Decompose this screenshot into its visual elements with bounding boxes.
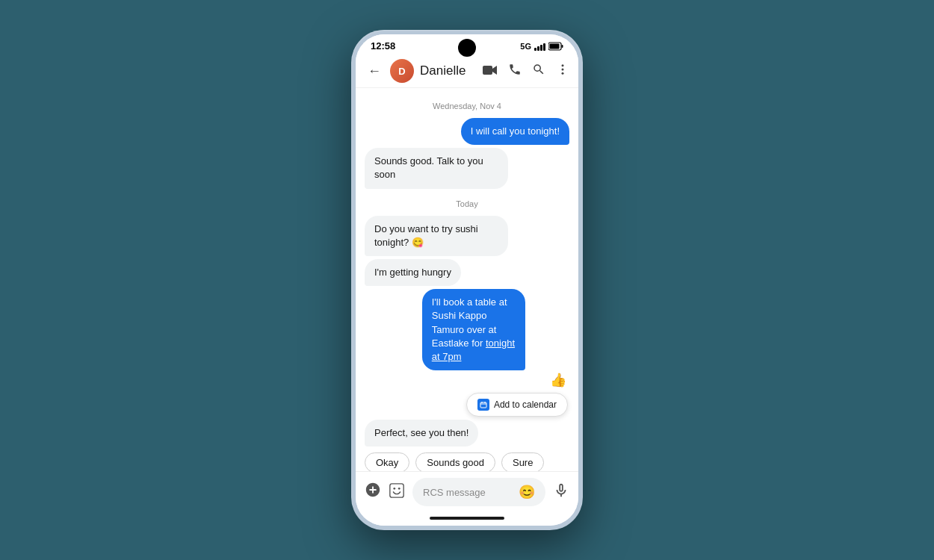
status-bar: 12:58 5G	[356, 34, 578, 55]
message-sent-1: I will call you tonight!	[461, 118, 569, 145]
date-divider-2: Today	[365, 199, 569, 208]
battery-icon	[548, 42, 563, 51]
svg-rect-8	[390, 484, 403, 497]
bottom-bar: RCS message 😊	[356, 471, 578, 512]
quick-replies: Okay Sounds good Sure	[365, 452, 544, 471]
message-input[interactable]: RCS message 😊	[412, 478, 545, 506]
status-time: 12:58	[371, 40, 395, 52]
network-label: 5G	[520, 42, 531, 51]
time-link[interactable]: tonight at 7pm	[432, 337, 515, 362]
message-received-1: Sounds good. Talk to you soon	[365, 148, 508, 188]
svg-point-6	[562, 72, 564, 74]
quick-reply-okay[interactable]: Okay	[365, 452, 409, 471]
phone-device: 12:58 5G ← D	[351, 30, 583, 530]
home-indicator	[430, 517, 504, 520]
emoji-reaction: 👍	[422, 372, 566, 388]
svg-point-5	[562, 68, 564, 70]
quick-reply-sounds-good[interactable]: Sounds good	[415, 452, 495, 471]
video-call-icon[interactable]	[483, 63, 498, 79]
status-icons: 5G	[520, 42, 563, 51]
nav-icons	[483, 63, 569, 80]
camera-notch	[458, 39, 476, 57]
message-received-4: Perfect, see you then!	[365, 420, 478, 447]
phone-icon[interactable]	[508, 63, 522, 80]
svg-rect-2	[550, 43, 560, 49]
add-to-calendar-button[interactable]: Add to calendar	[466, 393, 568, 417]
avatar: D	[390, 59, 414, 83]
more-options-icon[interactable]	[556, 63, 569, 80]
back-button[interactable]: ←	[365, 60, 384, 82]
home-bar	[356, 512, 578, 526]
add-attachment-button[interactable]	[365, 482, 381, 503]
signal-bars	[534, 42, 545, 51]
message-sent-2: I'll book a table at Sushi Kappo Tamuro …	[422, 289, 525, 370]
calendar-icon	[477, 399, 489, 411]
quick-reply-sure[interactable]: Sure	[501, 452, 544, 471]
message-placeholder: RCS message	[423, 487, 486, 498]
emoji-button[interactable]: 😊	[519, 484, 535, 500]
contact-name: Danielle	[420, 63, 477, 78]
avatar-initials: D	[398, 66, 405, 77]
message-received-3: I'm getting hungry	[365, 259, 461, 286]
svg-rect-1	[562, 45, 563, 48]
phone-screen: 12:58 5G ← D	[356, 34, 578, 526]
svg-point-4	[562, 64, 564, 66]
svg-rect-7	[480, 402, 486, 408]
svg-rect-3	[483, 66, 492, 75]
top-nav: ← D Danielle	[356, 55, 578, 88]
svg-point-10	[398, 488, 400, 490]
chat-area: Wednesday, Nov 4 I will call you tonight…	[356, 88, 578, 471]
svg-point-9	[393, 488, 395, 490]
sticker-button[interactable]	[389, 482, 405, 502]
mic-button[interactable]	[553, 482, 569, 503]
message-received-2: Do you want to try sushi tonight? 😋	[365, 216, 508, 256]
calendar-label: Add to calendar	[494, 399, 557, 410]
search-icon[interactable]	[532, 63, 545, 80]
date-divider-1: Wednesday, Nov 4	[365, 102, 569, 111]
